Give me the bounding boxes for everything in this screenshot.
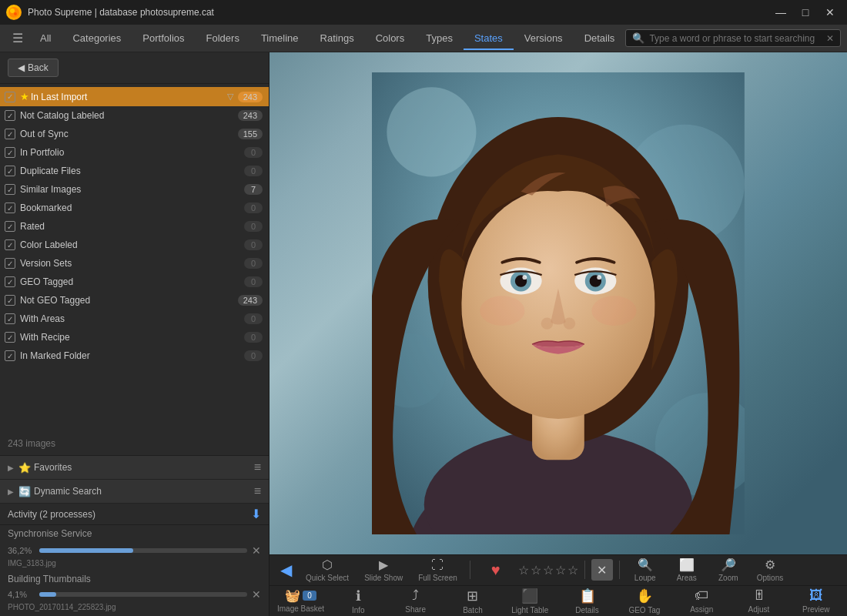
- light-table-button[interactable]: ⬛ Light Table: [502, 586, 557, 615]
- nav-tab-categories[interactable]: Categories: [62, 28, 132, 50]
- state-label-8: Color Labeled: [20, 239, 239, 250]
- state-count-5: 7: [244, 184, 263, 195]
- state-count-4: 0: [244, 166, 263, 176]
- state-label-14: In Marked Folder: [20, 350, 239, 361]
- quick-select-button[interactable]: ⬡ Quick Select: [300, 556, 355, 584]
- nav-tab-details[interactable]: Details: [574, 28, 626, 50]
- state-checkbox-14[interactable]: [5, 350, 15, 361]
- state-checkbox-7[interactable]: [5, 221, 15, 232]
- info-button[interactable]: ℹ Info: [330, 586, 386, 615]
- star-3[interactable]: ☆: [543, 563, 554, 578]
- back-button[interactable]: ◀ Back: [8, 59, 59, 77]
- svg-point-24: [592, 296, 637, 326]
- state-item-7[interactable]: Rated0: [0, 217, 269, 236]
- assign-button[interactable]: 🏷 Assign: [674, 586, 729, 615]
- state-item-5[interactable]: Similar Images7: [0, 180, 269, 199]
- state-item-4[interactable]: Duplicate Files0: [0, 162, 269, 180]
- adjust-button[interactable]: 🎚 Adjust: [731, 586, 786, 615]
- state-item-12[interactable]: With Areas0: [0, 310, 269, 328]
- preview-label: Preview: [802, 605, 830, 614]
- svg-point-23: [480, 296, 524, 326]
- nav-tab-types[interactable]: Types: [415, 28, 464, 50]
- dynamic-menu-icon[interactable]: ≡: [254, 484, 261, 498]
- share-icon: ⤴: [412, 588, 419, 604]
- search-clear-icon[interactable]: ✕: [826, 33, 834, 44]
- nav-tab-states[interactable]: States: [464, 28, 514, 50]
- state-item-3[interactable]: In Portfolio0: [0, 143, 269, 162]
- state-checkbox-9[interactable]: [5, 258, 15, 269]
- state-checkbox-4[interactable]: [5, 166, 15, 176]
- state-checkbox-0[interactable]: [5, 92, 15, 102]
- slide-show-label: Slide Show: [364, 574, 403, 582]
- search-input[interactable]: [649, 33, 822, 44]
- navigate-back-arrow[interactable]: ◀: [276, 561, 296, 579]
- state-checkbox-10[interactable]: [5, 276, 15, 287]
- state-checkbox-12[interactable]: [5, 313, 15, 324]
- progress-row-1: 36,2% ✕: [8, 542, 261, 559]
- state-checkbox-6[interactable]: [5, 203, 15, 213]
- share-button[interactable]: ⤴ Share: [387, 586, 443, 615]
- zoom-button[interactable]: 🔎 Zoom: [709, 556, 748, 584]
- nav-tab-all[interactable]: All: [29, 28, 62, 50]
- state-checkbox-8[interactable]: [5, 239, 15, 250]
- slide-show-button[interactable]: ▶ Slide Show: [358, 556, 409, 584]
- details-button[interactable]: 📋 Details: [559, 586, 614, 615]
- dynamic-search-section[interactable]: ▶ 🔄 Dynamic Search ≡: [0, 480, 269, 504]
- assign-label: Assign: [690, 605, 713, 614]
- hamburger-menu[interactable]: ☰: [6, 31, 29, 45]
- nav-tab-colors[interactable]: Colors: [365, 28, 416, 50]
- state-checkbox-1[interactable]: [5, 110, 15, 121]
- star-1[interactable]: ☆: [518, 563, 529, 578]
- nav-tab-ratings[interactable]: Ratings: [310, 28, 365, 50]
- nav-tab-versions[interactable]: Versions: [514, 28, 574, 50]
- favorites-menu-icon[interactable]: ≡: [254, 460, 261, 474]
- options-button[interactable]: ⚙ Options: [751, 556, 789, 584]
- loupe-button[interactable]: 🔍 Loupe: [626, 556, 665, 584]
- star-5[interactable]: ☆: [567, 563, 578, 578]
- state-item-0[interactable]: ★In Last Import▽243: [0, 87, 269, 106]
- reject-button[interactable]: ✕: [591, 559, 613, 581]
- star-2[interactable]: ☆: [531, 563, 541, 578]
- state-checkbox-2[interactable]: [5, 129, 15, 139]
- nav-tab-portfolios[interactable]: Portfolios: [132, 28, 195, 50]
- state-item-1[interactable]: Not Catalog Labeled243: [0, 106, 269, 125]
- progress-close-1[interactable]: ✕: [252, 544, 261, 557]
- geo-tag-button[interactable]: ✋ GEO Tag: [617, 586, 672, 615]
- state-item-6[interactable]: Bookmarked0: [0, 199, 269, 217]
- full-screen-button[interactable]: ⛶ Full Screen: [412, 556, 464, 584]
- options-label: Options: [757, 574, 783, 582]
- state-checkbox-3[interactable]: [5, 147, 15, 158]
- minimize-button[interactable]: —: [770, 5, 792, 20]
- close-button[interactable]: ✕: [819, 5, 841, 20]
- state-item-10[interactable]: GEO Tagged0: [0, 273, 269, 291]
- state-item-11[interactable]: Not GEO Tagged243: [0, 291, 269, 310]
- toolbar-bottom-row: 🧺 0 Image Basket ℹ Info ⤴ Share ⊞ Batch: [270, 586, 847, 617]
- state-item-9[interactable]: Version Sets0: [0, 254, 269, 273]
- areas-button[interactable]: ⬜ Areas: [668, 556, 706, 584]
- state-checkbox-13[interactable]: [5, 332, 15, 343]
- state-checkbox-11[interactable]: [5, 295, 15, 306]
- image-basket-button[interactable]: 🧺 0 Image Basket: [273, 586, 329, 615]
- star-4[interactable]: ☆: [555, 563, 566, 578]
- state-item-13[interactable]: With Recipe0: [0, 328, 269, 346]
- maximize-button[interactable]: □: [795, 5, 816, 20]
- photo-area: [270, 52, 847, 554]
- activity-bar[interactable]: Activity (2 processes) ⬇: [0, 504, 269, 525]
- heart-button[interactable]: ♥: [477, 556, 515, 584]
- state-item-8[interactable]: Color Labeled0: [0, 236, 269, 254]
- batch-button[interactable]: ⊞ Batch: [445, 586, 500, 615]
- favorites-section[interactable]: ▶ ⭐ Favorites ≡: [0, 456, 269, 480]
- state-item-14[interactable]: In Marked Folder0: [0, 346, 269, 365]
- state-count-3: 0: [244, 147, 263, 158]
- progress-close-2[interactable]: ✕: [252, 588, 261, 601]
- portrait-svg: [372, 72, 745, 534]
- state-item-2[interactable]: Out of Sync155: [0, 125, 269, 143]
- state-count-9: 0: [244, 258, 263, 269]
- nav-tab-timeline[interactable]: Timeline: [250, 28, 310, 50]
- preview-button[interactable]: 🖼 Preview: [788, 586, 844, 615]
- state-checkbox-5[interactable]: [5, 184, 15, 195]
- state-label-7: Rated: [20, 221, 239, 232]
- nav-tab-folders[interactable]: Folders: [196, 28, 250, 50]
- heart-icon: ♥: [491, 561, 500, 579]
- state-count-8: 0: [244, 239, 263, 250]
